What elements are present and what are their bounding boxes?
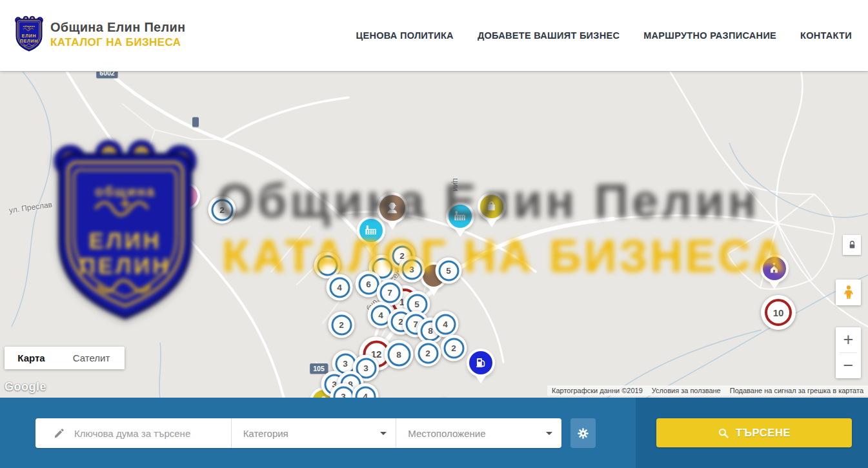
cluster-count: 4 — [363, 392, 368, 398]
cluster-marker[interactable]: 3 — [399, 256, 425, 283]
factory-icon — [449, 205, 472, 228]
cluster-marker[interactable]: 4 — [327, 274, 353, 301]
site-logo[interactable]: община ЕЛИН ПЕЛИН Община Елин Пелин КАТА… — [14, 15, 186, 53]
chevron-down-icon — [546, 432, 552, 435]
church-icon — [763, 257, 786, 280]
map-type-map-button[interactable]: Карта — [5, 347, 58, 369]
map-attribution: Картографски данни ©2019 Условия за полз… — [547, 385, 868, 396]
category-select[interactable]: Категория — [232, 418, 396, 448]
factory-pin[interactable] — [359, 219, 383, 242]
crest-name1-text: ЕЛИН — [22, 34, 36, 38]
cluster-count: 3 — [343, 359, 348, 369]
cluster-count: 2 — [425, 349, 430, 358]
zoom-in-button[interactable]: + — [836, 327, 861, 352]
chevron-down-icon — [380, 432, 387, 435]
factory-icon — [359, 219, 383, 242]
pegman-button[interactable] — [836, 280, 861, 305]
zoom-control: + − — [836, 327, 861, 378]
fuel-pin[interactable] — [469, 351, 492, 374]
crest-name2-text: ПЕЛИН — [20, 39, 38, 43]
keyword-search-input[interactable] — [74, 428, 231, 439]
advanced-settings-button[interactable] — [570, 418, 596, 448]
search-icon — [718, 427, 729, 439]
cluster-count: 3 — [341, 392, 346, 398]
map-type-satellite-button[interactable]: Сателит — [58, 347, 125, 369]
cluster-marker[interactable]: 2 — [328, 312, 355, 338]
cluster-count: 3 — [363, 363, 368, 373]
map-type-control: Карта Сателит — [5, 347, 125, 369]
cluster-count: 6 — [366, 280, 371, 289]
cluster-marker[interactable]: 8 — [385, 340, 414, 369]
pegman-icon — [842, 284, 856, 301]
cluster-count: 2 — [219, 205, 225, 215]
cluster-marker[interactable]: 10 — [761, 295, 796, 330]
cluster-count: 3 — [138, 166, 143, 176]
factory-pin[interactable] — [90, 157, 114, 180]
cluster-count: 2 — [339, 320, 344, 330]
cluster-count: 12 — [167, 180, 177, 191]
location-select[interactable]: Местоположение — [396, 418, 561, 448]
cluster-count: 4 — [378, 310, 383, 320]
cluster-marker[interactable]: 2 — [441, 335, 467, 361]
google-logo[interactable]: Google — [5, 380, 46, 394]
pin-tail — [181, 209, 192, 216]
worker-pin[interactable] — [379, 195, 405, 221]
pin-tail — [455, 229, 465, 237]
pin-tail — [476, 376, 486, 383]
cluster-count: 7 — [387, 288, 392, 298]
cluster-marker[interactable]: 5 — [436, 258, 462, 284]
site-header: община ЕЛИН ПЕЛИН Община Елин Пелин КАТА… — [0, 0, 868, 71]
lock-icon — [848, 240, 856, 250]
cluster-marker[interactable] — [120, 197, 146, 223]
site-subtitle: КАТАЛОГ НА БИЗНЕСА — [50, 36, 186, 49]
markers-layer: 23512223564137542278422128333834510 — [0, 72, 868, 398]
cluster-count: 10 — [773, 307, 784, 318]
category-select-value: Категория — [243, 428, 381, 439]
cluster-count: 2 — [120, 184, 125, 194]
gear-icon — [576, 427, 590, 440]
lock-button[interactable] — [843, 235, 861, 255]
nav-item-2[interactable]: ДОБАВЕТЕ ВАШИЯТ БИЗНЕС — [478, 30, 620, 41]
pin-tail — [429, 288, 439, 296]
fuel-icon — [469, 351, 492, 374]
crest-top-text: община — [23, 25, 35, 28]
pin-tail — [97, 181, 107, 189]
nav-item-4[interactable]: КОНТАКТИ — [800, 30, 852, 41]
cluster-count: 8 — [396, 350, 401, 360]
search-button-label: ТЪРСЕНЕ — [736, 427, 791, 439]
nav-item-1[interactable]: ЦЕНОВА ПОЛИТИКА — [356, 30, 454, 41]
site-title: Община Елин Пелин — [50, 20, 186, 35]
attribution-data: Картографски данни ©2019 — [547, 387, 647, 394]
factory-icon — [90, 157, 114, 180]
pin-tail — [366, 243, 376, 251]
cluster-marker[interactable]: 12 — [155, 168, 189, 203]
attribution-report-link[interactable]: Подаване на сигнал за грешка в картата — [725, 387, 868, 394]
bag-pin[interactable] — [480, 195, 503, 218]
search-bar: Категория Местоположение — [0, 398, 868, 468]
factory-pin[interactable] — [449, 205, 472, 228]
cluster-count: 5 — [414, 300, 419, 309]
pin-tail — [387, 222, 398, 230]
location-select-value: Местоположение — [408, 428, 546, 439]
main-nav: ЦЕНОВА ПОЛИТИКАДОБАВЕТЕ ВАШИЯТ БИЗНЕСМАР… — [356, 0, 852, 71]
pencil-icon — [54, 427, 65, 439]
pin-tail — [769, 281, 780, 289]
worker-icon — [379, 195, 405, 221]
nav-item-3[interactable]: МАРШРУТНО РАЗПИСАНИЕ — [643, 30, 776, 41]
cluster-marker[interactable]: 4 — [432, 311, 459, 338]
cluster-marker[interactable]: 2 — [208, 196, 236, 224]
cluster-count: 2 — [451, 343, 456, 353]
church-pin[interactable] — [763, 257, 786, 280]
cluster-count: 5 — [446, 266, 451, 276]
keyword-field-wrap — [35, 418, 231, 448]
zoom-out-button[interactable]: − — [836, 353, 861, 378]
search-input-group: Категория Местоположение — [35, 418, 561, 448]
cluster-count: 4 — [443, 320, 448, 329]
attribution-terms-link[interactable]: Условия за ползване — [647, 387, 725, 394]
municipal-crest-logo: община ЕЛИН ПЕЛИН — [14, 15, 44, 53]
cluster-count: 3 — [409, 265, 414, 274]
search-button[interactable]: ТЪРСЕНЕ — [656, 418, 852, 447]
cluster-marker[interactable]: 2 — [415, 340, 441, 367]
cluster-count: 4 — [337, 283, 342, 292]
map-canvas[interactable]: 6002105ул. Преславбул. „Новоселции 23512… — [0, 71, 868, 398]
